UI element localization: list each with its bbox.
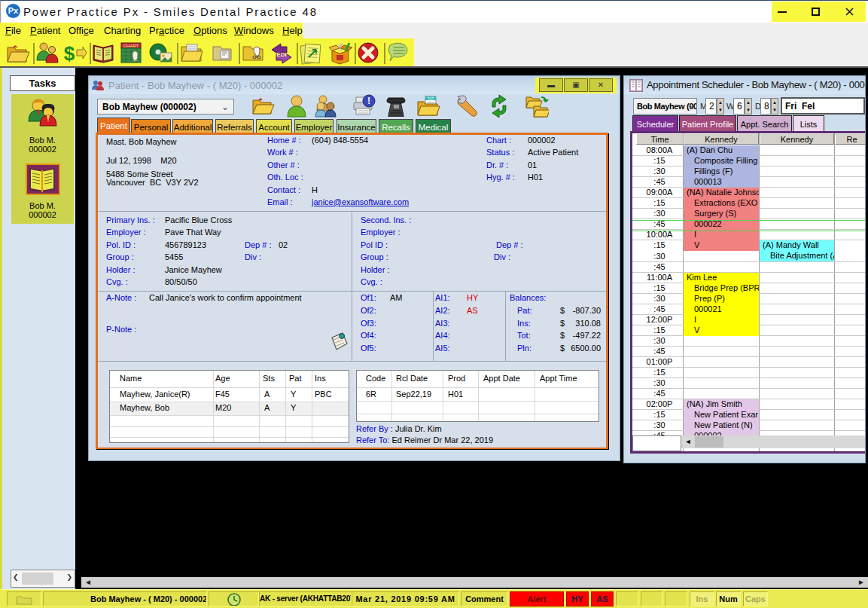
svg-text:$: $: [64, 42, 75, 65]
svg-text:TXT: TXT: [428, 97, 434, 101]
svg-text:EDI: EDI: [276, 51, 286, 58]
svg-text:CHART: CHART: [123, 44, 139, 48]
svg-text:!: !: [367, 96, 370, 106]
